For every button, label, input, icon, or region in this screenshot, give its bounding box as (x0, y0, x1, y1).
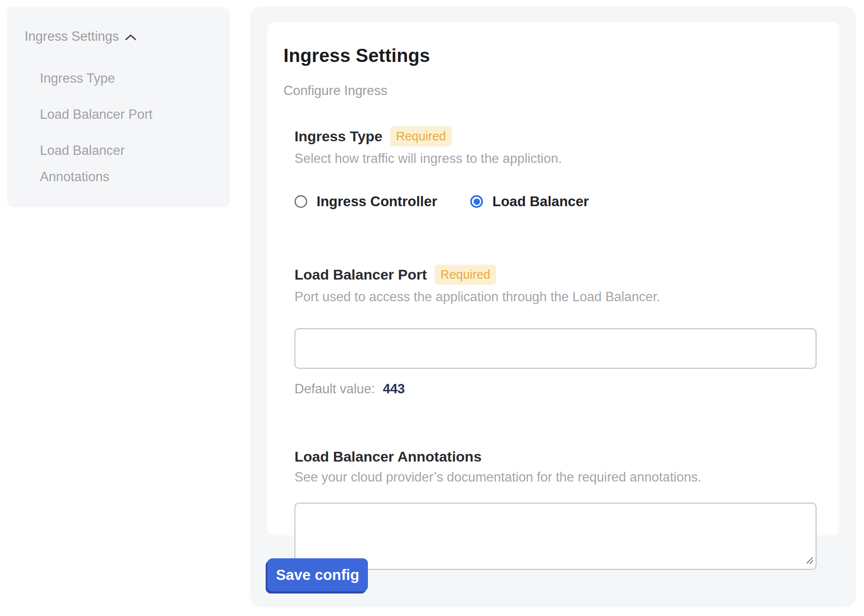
load-balancer-port-input[interactable] (295, 328, 816, 369)
load-balancer-annotations-textarea[interactable] (295, 503, 816, 570)
ingress-type-label: Ingress Type (295, 128, 382, 145)
default-value-label: Default value: (295, 381, 375, 396)
sidebar-section-ingress-settings[interactable]: Ingress Settings (25, 29, 213, 44)
main-panel: Ingress Settings Configure Ingress Ingre… (250, 6, 856, 607)
page-title: Ingress Settings (283, 45, 816, 66)
load-balancer-annotations-description: See your cloud provider’s documentation … (295, 470, 816, 485)
section-load-balancer-port: Load Balancer Port Required Port used to… (295, 265, 816, 397)
save-config-button[interactable]: Save config (267, 558, 368, 591)
radio-label: Ingress Controller (317, 193, 437, 210)
settings-sidebar: Ingress Settings Ingress Type Load Balan… (7, 7, 230, 207)
load-balancer-annotations-label: Load Balancer Annotations (295, 448, 482, 465)
sidebar-item-ingress-type[interactable]: Ingress Type (40, 65, 180, 92)
ingress-type-description: Select how traffic will ingress to the a… (295, 151, 816, 166)
page-subtitle: Configure Ingress (283, 83, 816, 98)
resize-handle-icon[interactable] (805, 556, 814, 567)
radio-checked-icon[interactable] (470, 195, 483, 208)
chevron-up-icon (125, 33, 137, 42)
load-balancer-port-description: Port used to access the application thro… (295, 289, 816, 305)
radio-unchecked-icon[interactable] (295, 195, 307, 208)
section-load-balancer-annotations: Load Balancer Annotations See your cloud… (295, 448, 816, 570)
page: Ingress Settings Ingress Type Load Balan… (0, 0, 864, 616)
default-value-row: Default value: 443 (295, 381, 816, 397)
required-badge: Required (390, 126, 452, 146)
radio-option-ingress-controller[interactable]: Ingress Controller (295, 193, 437, 210)
ingress-type-radio-group: Ingress Controller Load Balancer (295, 193, 816, 210)
required-badge: Required (435, 265, 497, 285)
load-balancer-port-label: Load Balancer Port (295, 266, 427, 283)
radio-option-load-balancer[interactable]: Load Balancer (470, 193, 589, 210)
sidebar-section-label: Ingress Settings (25, 29, 119, 44)
section-ingress-type: Ingress Type Required Select how traffic… (295, 126, 816, 210)
default-value: 443 (383, 381, 405, 396)
sidebar-item-load-balancer-annotations[interactable]: Load Balancer Annotations (40, 137, 180, 190)
radio-label: Load Balancer (492, 193, 589, 210)
sidebar-list: Ingress Type Load Balancer Port Load Bal… (40, 65, 213, 190)
sidebar-item-load-balancer-port[interactable]: Load Balancer Port (40, 101, 180, 128)
ingress-settings-card: Ingress Settings Configure Ingress Ingre… (267, 22, 839, 535)
form-sections: Ingress Type Required Select how traffic… (295, 126, 816, 570)
